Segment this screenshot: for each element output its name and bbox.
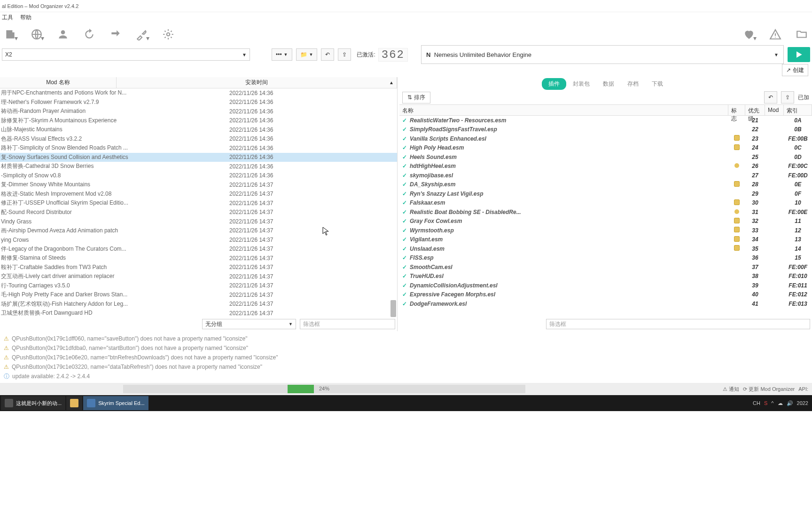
plugin-row[interactable]: ✓High Poly Head.esm240C <box>399 143 812 153</box>
plugin-row[interactable]: ✓TrueHUD.esl38FE:010 <box>399 272 812 281</box>
folder-icon[interactable] <box>795 28 808 41</box>
endorse-icon[interactable]: ▾ <box>742 28 756 41</box>
mod-row[interactable]: 复-Dimmer Snowy White Mountains2022/11/26… <box>0 180 397 190</box>
notify-icon[interactable]: ⚠ 通知 <box>723 386 739 393</box>
tab-data[interactable]: 数据 <box>596 78 621 90</box>
list-options-button[interactable]: ••• ▼ <box>272 48 292 61</box>
tab-plugins[interactable]: 插件 <box>542 78 566 90</box>
activated-count: 已激活: 362 <box>357 48 408 62</box>
mod-row[interactable]: 格改进-Static Mesh Improvement Mod v2.08202… <box>0 190 397 199</box>
mod-row[interactable]: 伴-Legacy of the Dragonborn The Curators … <box>0 245 397 254</box>
plugin-restore-button[interactable]: ↶ <box>764 91 777 103</box>
plugin-row[interactable]: ✓skymojibase.esl27FE:00D <box>399 171 812 180</box>
col-mod-name[interactable]: Mod 名称 <box>0 77 117 88</box>
mod-row[interactable]: 卫城堡材质替换-Fort Dawnguard HD2022/11/26 14:3… <box>0 309 397 317</box>
shortcut-button[interactable]: ↗ 创建 <box>782 64 808 76</box>
tab-downloads[interactable]: 下载 <box>645 78 670 90</box>
plugin-row[interactable]: ✓SmoothCam.esl37FE:00F <box>399 262 812 272</box>
progress-bar: 24% <box>123 385 525 393</box>
scrollbar-thumb[interactable] <box>390 300 396 317</box>
pcol-priority[interactable]: 优先级 <box>745 105 765 115</box>
install-mod-icon[interactable]: ▾ <box>4 28 17 41</box>
system-tray[interactable]: CHS^☁🔊 2022 <box>753 400 811 406</box>
log-panel: ⚠QPushButton(0x179c1dff060, name="saveBu… <box>0 331 812 383</box>
plugin-row[interactable]: ✓DynamicCollisionAdjustment.esl39FE:011 <box>399 281 812 290</box>
plugin-row[interactable]: ✓RealisticWaterTwo - Resources.esm210A <box>399 116 812 125</box>
plugin-row[interactable]: ✓DA_Skyship.esm280E <box>399 180 812 190</box>
mod-row[interactable]: 毛-High Poly Pretty Face and Darker Brows… <box>0 290 397 300</box>
task-explorer[interactable] <box>66 396 82 410</box>
executable-select[interactable]: N Nemesis Unlimited Behavior Engine ▼ <box>421 45 784 64</box>
mod-row[interactable]: 路补丁-Simplicity of Snow Blended Roads Pat… <box>0 143 397 153</box>
mod-row[interactable]: 修正补丁-USSEP Unofficial Skyrim Special Edi… <box>0 198 397 208</box>
globe-icon[interactable]: ▾ <box>30 28 43 41</box>
plugin-row[interactable]: ✓Ryn's Snazzy Last Vigil.esp290F <box>399 189 812 198</box>
plugin-row[interactable]: ✓Wyrmstooth.esp3312 <box>399 226 812 235</box>
plugin-row[interactable]: ✓Heels Sound.esm250D <box>399 152 812 162</box>
mod-row[interactable]: 脉修复补丁-Skyrim A Mountainous Experience202… <box>0 116 397 126</box>
plugin-list[interactable]: ✓RealisticWaterTwo - Resources.esm210A✓S… <box>399 116 812 317</box>
tab-archives[interactable]: 封装包 <box>566 78 596 90</box>
plugin-row[interactable]: ✓hdtHighHeel.esm26FE:00C <box>399 162 812 171</box>
plugin-filter-input[interactable]: 筛选框 <box>546 319 810 329</box>
sort-button[interactable]: ⇅ 排序 <box>402 92 430 103</box>
mod-row[interactable]: 画-Airship Devmod Aveza Add Animation pat… <box>0 226 397 236</box>
svg-point-1 <box>61 30 65 34</box>
tab-saves[interactable]: 存档 <box>621 78 645 90</box>
pcol-index[interactable]: 索引 <box>784 105 812 115</box>
plugin-row[interactable]: ✓Gray Fox Cowl.esm3211 <box>399 217 812 226</box>
mod-row[interactable]: 山脉-Majestic Mountains2022/11/26 14:36 <box>0 125 397 135</box>
plugin-row[interactable]: ✓FISS.esp3615 <box>399 254 812 263</box>
plugin-backup-button[interactable]: ⇪ <box>781 91 794 103</box>
profile-bar: X2▼ ••• ▼ 📁 ▼ ↶ ⇪ 已激活: 362 N Nemesis Unl… <box>0 46 812 63</box>
plugin-row[interactable]: ✓Expressive Facegen Morphs.esl40FE:012 <box>399 290 812 300</box>
mod-row[interactable]: ying Crows2022/11/26 14:37 <box>0 235 397 245</box>
mod-row[interactable]: Vindy Grass2022/11/26 14:37 <box>0 217 397 226</box>
mod-row[interactable]: 场扩展(艺术馆联动)-Fish Hatchery Addon for Leg..… <box>0 300 397 309</box>
mod-row[interactable]: 理-Nether's Follower Framework v2.7.92022… <box>0 98 397 107</box>
backup-button[interactable]: ⇪ <box>338 48 351 61</box>
warning-icon[interactable] <box>769 28 782 41</box>
mod-list[interactable]: 用于NPC-Enchantments and Potions Work for … <box>0 88 397 317</box>
pcol-flag[interactable]: 标志 <box>728 105 745 115</box>
mod-row[interactable]: 鞍补丁-Craftable Saddles from TW3 Patch2022… <box>0 263 397 272</box>
task-mo2[interactable]: Skyrim Special Ed... <box>83 396 148 410</box>
col-install-time[interactable]: 安装时间▲ <box>117 77 397 88</box>
tools-icon[interactable]: ▾ <box>135 28 148 41</box>
mod-row[interactable]: 交互动画-Lively cart driver animation replac… <box>0 272 397 281</box>
folder-options-button[interactable]: 📁 ▼ <box>296 48 318 61</box>
mod-row[interactable]: 配-Sound Record Distributor2022/11/26 14:… <box>0 208 397 217</box>
mod-row[interactable]: 祷动画-Random Prayer Animation2022/11/26 14… <box>0 107 397 116</box>
plugin-row[interactable]: ✓Realistic Boat Bobbing SE - DisabledRe.… <box>399 207 812 217</box>
warn-icon: ⚠ <box>4 345 9 351</box>
plugin-row[interactable]: ✓Vanilla Scripts Enhanced.esl23FE:00B <box>399 134 812 143</box>
update-link[interactable]: ⟳ 更新 Mod Organizer <box>743 386 795 393</box>
export-icon[interactable] <box>109 28 122 41</box>
plugin-row[interactable]: ✓DodgeFramework.esl41FE:013 <box>399 299 812 309</box>
mod-row[interactable]: -Simplicity of Snow v0.82022/11/26 14:36 <box>0 171 397 181</box>
mod-row[interactable]: 用于NPC-Enchantments and Potions Work for … <box>0 88 397 98</box>
group-combo[interactable]: 无分组▼ <box>202 319 296 329</box>
task-item[interactable]: 这就是叫小新的动... <box>1 396 65 410</box>
refresh-icon[interactable] <box>83 28 96 41</box>
plugin-row[interactable]: ✓Vigilant.esm3413 <box>399 235 812 245</box>
plugin-row[interactable]: ✓Unslaad.esm3514 <box>399 244 812 254</box>
mod-row[interactable]: 复-Snowy Surfaces Sound Collision and Aes… <box>0 153 397 162</box>
menu-tools[interactable]: 工具 <box>2 14 13 21</box>
mod-filter-input[interactable]: 筛选框 <box>300 319 395 329</box>
plugin-row[interactable]: ✓SimplyRoadSignsFastTravel.esp220B <box>399 125 812 135</box>
restore-button[interactable]: ↶ <box>321 48 334 61</box>
info-icon: ⓘ <box>4 373 9 381</box>
profile-select[interactable]: X2▼ <box>2 48 250 61</box>
mod-row[interactable]: 行-Touring Carriages v3.5.02022/11/26 14:… <box>0 281 397 291</box>
pcol-mod[interactable]: Mod <box>765 105 784 115</box>
plugin-row[interactable]: ✓Falskaar.esm3010 <box>399 198 812 208</box>
profile-icon[interactable] <box>56 28 70 41</box>
pcol-name[interactable]: 名称 <box>399 105 728 115</box>
menu-help[interactable]: 帮助 <box>20 14 31 21</box>
mod-row[interactable]: 耐修复-Stamina of Steeds2022/11/26 14:37 <box>0 254 397 263</box>
settings-icon[interactable] <box>162 28 175 41</box>
run-button[interactable] <box>788 47 810 62</box>
mod-row[interactable]: 材质替换-Cathedral 3D Snow Berries2022/11/26… <box>0 162 397 171</box>
mod-row[interactable]: 色器-RASS Visual Effects v3.2.22022/11/26 … <box>0 135 397 144</box>
